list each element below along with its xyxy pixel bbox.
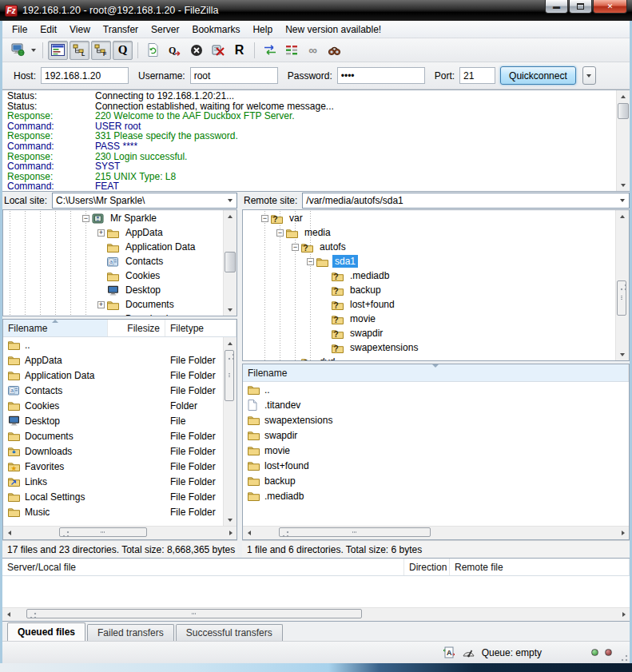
- file-list-row[interactable]: .mediadb: [243, 488, 629, 503]
- tree-item[interactable]: ?var: [243, 211, 614, 225]
- menu-item-new-version-available[interactable]: New version available!: [279, 22, 388, 38]
- file-list-row[interactable]: movie: [243, 443, 629, 458]
- tree-item[interactable]: Cookies: [3, 268, 222, 283]
- scroll-up-icon[interactable]: [617, 90, 630, 102]
- file-list-row[interactable]: backup: [243, 473, 629, 488]
- tree-item[interactable]: sda1: [243, 254, 614, 268]
- tree-item[interactable]: ?swapextensions: [243, 340, 614, 355]
- file-list-row[interactable]: swapdir: [243, 427, 629, 443]
- file-list-row[interactable]: ..: [3, 337, 223, 352]
- username-input[interactable]: [190, 67, 278, 84]
- menu-item-server[interactable]: Server: [145, 22, 185, 38]
- toggle-message-log-button[interactable]: [48, 41, 68, 60]
- remote-site-combobox[interactable]: /var/media/autofs/sda1: [302, 193, 630, 209]
- tree-item[interactable]: ?swapdir: [243, 326, 614, 340]
- file-list-row[interactable]: .titandev: [243, 397, 629, 412]
- scroll-right-icon[interactable]: [617, 527, 629, 539]
- scroll-left-icon[interactable]: [2, 608, 14, 621]
- scroll-up-icon[interactable]: [616, 210, 629, 222]
- collapse-icon[interactable]: [292, 244, 299, 251]
- file-list-row[interactable]: DownloadsFile Folder: [3, 443, 223, 459]
- resize-grip[interactable]: [618, 652, 628, 662]
- file-list-row[interactable]: ..: [243, 382, 629, 397]
- host-input[interactable]: [41, 67, 129, 84]
- collapse-icon[interactable]: [261, 215, 268, 222]
- tree-item[interactable]: Documents: [3, 297, 222, 312]
- tree-item[interactable]: Downloads: [3, 312, 222, 316]
- tree-item[interactable]: Application Data: [3, 240, 222, 254]
- file-list-row[interactable]: LinksFile Folder: [3, 474, 223, 489]
- local-list-hscrollbar[interactable]: [3, 526, 237, 539]
- column-header-filetype[interactable]: Filetype: [165, 320, 237, 336]
- file-list-row[interactable]: aContactsFile Folder: [3, 383, 223, 398]
- scrollbar-thumb[interactable]: [279, 527, 431, 537]
- menu-item-transfer[interactable]: Transfer: [97, 22, 145, 38]
- file-list-row[interactable]: ★FavoritesFile Folder: [3, 459, 223, 474]
- tree-item[interactable]: aContacts: [3, 254, 222, 268]
- menu-item-edit[interactable]: Edit: [34, 22, 63, 38]
- scrollbar-thumb[interactable]: [618, 103, 629, 119]
- collapse-icon[interactable]: [307, 258, 314, 265]
- expand-icon[interactable]: [97, 301, 105, 308]
- find-files-button[interactable]: [324, 41, 344, 60]
- scroll-up-icon[interactable]: [224, 210, 237, 222]
- tree-item[interactable]: ?autofs: [243, 240, 614, 254]
- tree-item[interactable]: AppData: [3, 225, 222, 240]
- tab-successful-transfers[interactable]: Successful transfers: [176, 624, 283, 641]
- scroll-left-icon[interactable]: [243, 527, 255, 539]
- scrollbar-thumb[interactable]: [59, 527, 147, 537]
- scroll-down-icon[interactable]: [617, 179, 630, 191]
- collapse-icon[interactable]: [276, 229, 284, 237]
- reconnect-button[interactable]: R: [229, 41, 249, 60]
- file-list-row[interactable]: AppDataFile Folder: [3, 352, 223, 368]
- speed-limits-icon[interactable]: [462, 647, 475, 658]
- menu-item-bookmarks[interactable]: Bookmarks: [185, 22, 246, 38]
- quickconnect-dropdown-button[interactable]: [582, 66, 596, 85]
- scroll-down-icon[interactable]: [224, 304, 237, 316]
- tree-item[interactable]: media: [243, 225, 614, 240]
- quickconnect-button[interactable]: Quickconnect: [500, 66, 576, 85]
- tab-queued-files[interactable]: Queued files: [7, 622, 85, 641]
- local-site-combobox[interactable]: C:\Users\Mr Sparkle\: [52, 193, 237, 209]
- file-list-row[interactable]: CookiesFolder: [3, 398, 223, 413]
- scrollbar-thumb[interactable]: [617, 280, 626, 316]
- file-list-row[interactable]: lost+found: [243, 458, 629, 473]
- file-list-row[interactable]: MusicFile Folder: [3, 504, 223, 519]
- scroll-right-icon[interactable]: [225, 527, 237, 539]
- minimize-button[interactable]: ▬: [545, 0, 568, 14]
- queue-column-header-server-local-file[interactable]: Server/Local file: [2, 559, 404, 575]
- chevron-down-icon[interactable]: [224, 193, 237, 208]
- file-list-row[interactable]: Application DataFile Folder: [3, 368, 223, 383]
- directory-listing-filters-button[interactable]: [281, 41, 301, 60]
- site-manager-dropdown-button[interactable]: [28, 41, 38, 60]
- file-list-row[interactable]: Local SettingsFile Folder: [3, 489, 223, 504]
- tab-failed-transfers[interactable]: Failed transfers: [87, 624, 174, 641]
- scrollbar-thumb[interactable]: [225, 252, 236, 272]
- refresh-button[interactable]: [143, 41, 163, 60]
- transfer-type-icon[interactable]: A: [443, 646, 455, 658]
- column-header-filename[interactable]: Filename: [243, 364, 629, 381]
- tree-item[interactable]: Desktop: [3, 283, 222, 297]
- collapse-icon[interactable]: [82, 215, 89, 222]
- tree-item[interactable]: ?backup: [243, 283, 614, 297]
- menu-item-file[interactable]: File: [6, 22, 34, 38]
- scroll-down-icon[interactable]: [224, 514, 237, 526]
- menu-item-help[interactable]: Help: [246, 22, 279, 38]
- toggle-local-tree-button[interactable]: L: [70, 41, 89, 60]
- queue-column-header-direction[interactable]: Direction: [404, 559, 450, 575]
- expand-icon[interactable]: [97, 229, 105, 237]
- directory-comparison-button[interactable]: [260, 41, 280, 60]
- cancel-button[interactable]: [186, 41, 206, 60]
- local-list-scrollbar[interactable]: [223, 337, 237, 526]
- scroll-left-icon[interactable]: [3, 527, 15, 539]
- maximize-button[interactable]: [569, 0, 592, 14]
- scroll-down-icon[interactable]: [616, 348, 629, 360]
- queue-column-header-remote-file[interactable]: Remote file: [450, 559, 630, 575]
- process-queue-button[interactable]: Q: [165, 41, 185, 60]
- tree-item[interactable]: ?movie: [243, 312, 614, 326]
- file-list-row[interactable]: DocumentsFile Folder: [3, 428, 223, 443]
- queue-hscrollbar[interactable]: [2, 607, 630, 621]
- toggle-queue-button[interactable]: Q: [113, 41, 133, 60]
- tree-item[interactable]: ?lost+found: [243, 297, 614, 312]
- column-header-filesize[interactable]: Filesize: [108, 320, 165, 336]
